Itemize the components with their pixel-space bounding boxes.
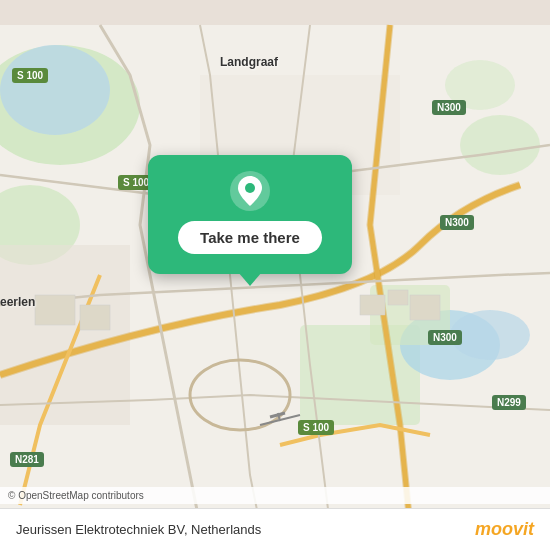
svg-point-5 xyxy=(460,115,540,175)
svg-point-9 xyxy=(450,310,530,360)
svg-point-22 xyxy=(245,183,255,193)
svg-point-8 xyxy=(0,45,110,135)
attribution-bar: © OpenStreetMap contributors xyxy=(0,487,550,504)
road-label-s100-2: S 100 xyxy=(12,68,48,83)
moovit-brand-text: moovit xyxy=(475,519,534,540)
road-label-n300-3: N300 xyxy=(428,330,462,345)
bottom-bar: Jeurissen Elektrotechniek BV, Netherland… xyxy=(0,508,550,550)
road-label-n300-2: N300 xyxy=(440,215,474,230)
city-label-landgraaf: Landgraaf xyxy=(220,55,278,69)
svg-rect-20 xyxy=(80,305,110,330)
svg-rect-16 xyxy=(360,295,385,315)
map-container: Landgraaf eerlen S 100 S 100 N300 N300 N… xyxy=(0,0,550,550)
moovit-logo: moovit xyxy=(475,519,534,540)
city-label-heerlen: eerlen xyxy=(0,295,35,309)
road-label-s100-bottom: S 100 xyxy=(298,420,334,435)
svg-rect-10 xyxy=(0,245,130,425)
location-name: Jeurissen Elektrotechniek BV, Netherland… xyxy=(16,522,261,537)
take-me-there-button[interactable]: Take me there xyxy=(178,221,322,254)
road-label-n300-1: N300 xyxy=(432,100,466,115)
popup-card: Take me there xyxy=(148,155,352,274)
svg-rect-19 xyxy=(35,295,75,325)
road-label-n281: N281 xyxy=(10,452,44,467)
svg-rect-17 xyxy=(388,290,408,305)
svg-rect-18 xyxy=(410,295,440,320)
road-label-n299: N299 xyxy=(492,395,526,410)
location-pin-icon xyxy=(230,171,270,211)
attribution-text: © OpenStreetMap contributors xyxy=(8,490,144,501)
